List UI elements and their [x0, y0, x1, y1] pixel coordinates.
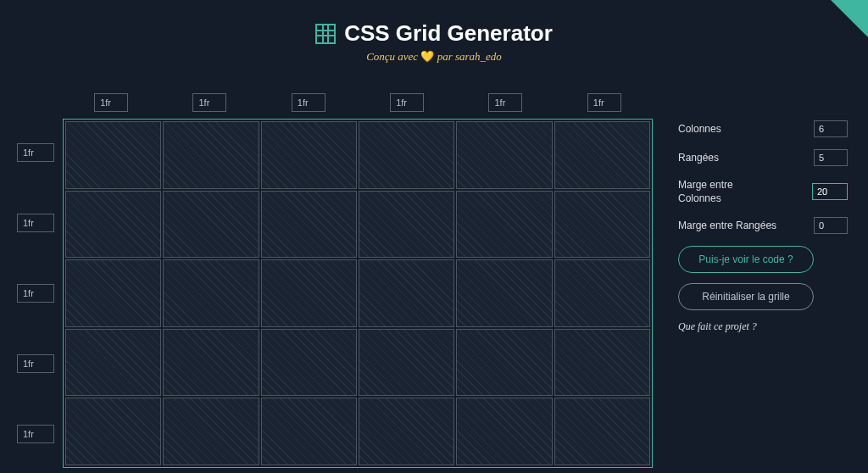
grid-cell[interactable]: [359, 329, 454, 397]
grid-cell[interactable]: [65, 191, 161, 259]
subtitle: Conçu avec 💛 par sarah_edo: [0, 50, 868, 64]
col-unit-input[interactable]: [488, 93, 522, 112]
row-unit-labels: [17, 119, 54, 468]
about-project-link[interactable]: Que fait ce projet ?: [678, 320, 848, 333]
grid-cell[interactable]: [261, 259, 357, 327]
grid-cell[interactable]: [163, 329, 259, 397]
controls-panel: Colonnes Rangées Marge entre Colonnes Ma…: [678, 120, 848, 333]
grid-cell[interactable]: [554, 191, 650, 259]
grid-cell[interactable]: [261, 398, 357, 465]
grid-cell[interactable]: [359, 259, 454, 327]
col-unit-input[interactable]: [587, 93, 621, 112]
columns-label: Colonnes: [678, 123, 721, 135]
grid-cell[interactable]: [359, 191, 454, 259]
grid-cell[interactable]: [456, 191, 552, 259]
grid-cell[interactable]: [456, 121, 552, 189]
col-unit-input[interactable]: [192, 93, 226, 112]
grid-canvas[interactable]: [63, 119, 653, 468]
grid-cell[interactable]: [163, 191, 259, 259]
grid-cell[interactable]: [359, 121, 454, 189]
grid-cell[interactable]: [554, 121, 650, 189]
row-unit-input[interactable]: [17, 214, 54, 232]
header: CSS Grid Generator Conçu avec 💛 par sara…: [0, 0, 868, 64]
row-unit-input[interactable]: [17, 284, 54, 303]
grid-cell[interactable]: [554, 329, 650, 397]
grid-cell[interactable]: [261, 121, 357, 189]
grid-cell[interactable]: [65, 259, 161, 327]
rows-label: Rangées: [678, 152, 719, 164]
show-code-button[interactable]: Puis-je voir le code ?: [678, 246, 814, 273]
grid-cell[interactable]: [163, 259, 259, 327]
row-unit-input[interactable]: [17, 354, 54, 373]
heart-icon: 💛: [420, 50, 434, 63]
reset-grid-button[interactable]: Réinitialiser la grille: [678, 283, 814, 310]
column-unit-labels: [63, 93, 653, 112]
subtitle-prefix: Conçu avec: [366, 50, 420, 63]
grid-logo-icon: [315, 24, 336, 44]
grid-cell[interactable]: [65, 121, 161, 189]
rows-input[interactable]: [814, 149, 848, 166]
row-unit-input[interactable]: [17, 143, 54, 162]
subtitle-by: par: [434, 50, 455, 63]
grid-cell[interactable]: [163, 398, 259, 465]
col-unit-input[interactable]: [94, 93, 128, 112]
grid-cell[interactable]: [261, 329, 357, 397]
page-title: CSS Grid Generator: [344, 20, 553, 47]
col-unit-input[interactable]: [390, 93, 424, 112]
row-unit-input[interactable]: [17, 425, 54, 443]
grid-cell[interactable]: [554, 398, 650, 465]
grid-cell[interactable]: [65, 329, 161, 397]
grid-cell[interactable]: [456, 398, 552, 465]
grid-cell[interactable]: [456, 329, 552, 397]
row-gap-input[interactable]: [814, 217, 848, 234]
column-gap-label: Marge entre Colonnes: [678, 178, 733, 205]
author-link[interactable]: sarah_edo: [455, 50, 502, 63]
row-gap-label: Marge entre Rangées: [678, 220, 776, 231]
grid-cell[interactable]: [359, 398, 454, 465]
col-unit-input[interactable]: [292, 93, 326, 112]
columns-input[interactable]: [814, 120, 848, 137]
grid-cell[interactable]: [554, 259, 650, 327]
column-gap-input[interactable]: [812, 183, 848, 200]
github-ribbon[interactable]: [831, 0, 868, 37]
grid-cell[interactable]: [65, 398, 161, 465]
grid-cell[interactable]: [456, 259, 552, 327]
grid-cell[interactable]: [261, 191, 357, 259]
grid-cell[interactable]: [163, 121, 259, 189]
